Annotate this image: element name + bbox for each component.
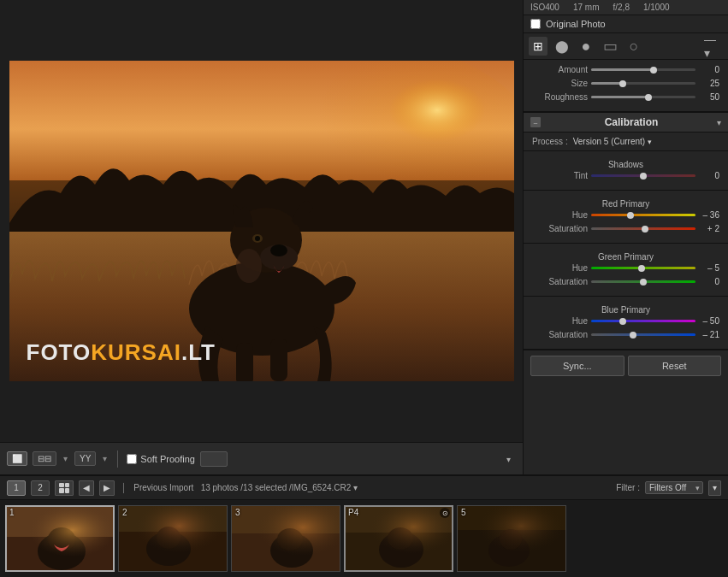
svg-rect-10 [236,343,253,381]
soft-proofing-checkbox[interactable] [127,454,137,464]
thumb-2-num: 2 [122,508,127,517]
view-1-btn[interactable]: 1 [7,480,26,496]
green-primary-header: Green Primary [532,249,719,263]
shadows-tint-track[interactable] [591,174,695,177]
svg-rect-11 [270,339,287,381]
middle-area: FOTOKURSAI.LT ⬜ ⊟⊟ ▾ YY ▾ Soft Proofing [0,0,728,474]
red-sat-track[interactable] [591,227,695,230]
svg-point-12 [236,249,262,283]
filter-wrap: Filters Off [645,481,703,494]
original-photo-checkbox[interactable] [530,19,541,29]
prev-import-label: Previous Import [133,483,193,492]
green-sat-value: 0 [699,277,719,286]
app-layout: FOTOKURSAI.LT ⬜ ⊟⊟ ▾ YY ▾ Soft Proofing [0,0,728,577]
svg-rect-27 [232,506,340,572]
filter-arrow-btn[interactable]: ▾ [708,480,721,496]
meta-iso: ISO400 [530,3,559,12]
red-primary-header: Red Primary [532,196,719,210]
green-hue-row: Hue – 5 [532,263,719,273]
soft-proofing-dropdown-wrap [200,451,516,467]
collapse-btn[interactable]: – [530,117,541,127]
calibration-arrow: ▾ [717,118,721,127]
filmstrip-thumb-5[interactable]: 5 [457,505,566,572]
grid-view-btn[interactable] [55,480,74,496]
roughness-track[interactable] [591,96,695,98]
calibration-header[interactable]: – Calibration ▾ [524,112,728,132]
svg-point-7 [270,244,287,256]
filmstrip-thumb-3[interactable]: 3 [231,505,340,572]
svg-rect-17 [7,507,115,572]
red-hue-track[interactable] [591,214,695,216]
circle-btn[interactable]: ● [577,37,595,56]
blue-primary-section: Blue Primary Hue – 50 Saturation – 21 [524,297,728,350]
thumb-3-num: 3 [235,508,240,517]
filmstrip-toolbar: 1 2 ◀ ▶ │ Previous Import 13 photos /13 … [0,476,728,500]
amount-track[interactable] [591,68,695,71]
amount-value: 0 [699,65,719,74]
sync-bar: Sync... Reset [524,350,728,381]
soft-proofing-select[interactable] [200,451,228,467]
filmstrip-thumb-1[interactable]: 1 [5,505,115,572]
size-row: Size 25 [532,79,719,88]
grid-tool-btn[interactable]: ⊞ [529,37,547,56]
size-value: 25 [699,79,719,88]
filmstrip-thumb-2[interactable]: 2 [118,505,228,572]
blue-primary-header: Blue Primary [532,302,719,316]
process-value[interactable]: Version 5 (Current) [573,137,652,146]
before-after-btn[interactable]: YY [74,451,96,466]
photo-area: FOTOKURSAI.LT ⬜ ⊟⊟ ▾ YY ▾ Soft Proofing [0,0,523,474]
grid-icon [59,483,69,493]
shadows-section: Shadows Tint 0 [524,151,728,191]
watermark-prefix: FOTO [27,339,92,365]
calibration-title: Calibration [546,116,717,128]
green-sat-track[interactable] [591,280,695,283]
shadows-tint-label: Tint [532,171,588,180]
red-sat-value: + 2 [699,224,719,233]
svg-point-9 [255,236,260,241]
soft-proofing-toggle: Soft Proofing [127,454,195,464]
right-panel: ISO400 17 mm f/2,8 1/1000 Original Photo… [523,0,728,474]
dropdown-arrow: ▾ [353,483,358,492]
filmstrip-thumb-4[interactable]: P4 ⊙ [344,505,453,572]
next-btn[interactable]: ▶ [99,480,115,496]
watermark-accent: KURSAI [91,339,181,365]
rect-btn[interactable]: ▭ [601,37,619,56]
green-primary-section: Green Primary Hue – 5 Saturation 0 [524,244,728,297]
tools-row: ⊞ ⬤ ● ▭ ○ — ▾ [524,33,728,60]
options-btn[interactable]: — ▾ [704,37,723,56]
compare-view-btn[interactable]: ⊟⊟ [33,451,56,466]
view-2-btn[interactable]: 2 [31,480,50,496]
prev-btn[interactable]: ◀ [79,480,94,496]
svg-rect-32 [346,507,453,572]
blue-hue-label: Hue [532,316,588,326]
sync-button[interactable]: Sync... [530,356,624,376]
meta-bar: ISO400 17 mm f/2,8 1/1000 [524,0,728,15]
thumb-5-num: 5 [461,508,466,517]
red-sat-row: Saturation + 2 [532,224,719,233]
filter-select[interactable]: Filters Off [645,481,703,494]
meta-focal: 17 mm [573,3,600,12]
amount-label: Amount [532,65,588,74]
meta-aperture: f/2,8 [613,3,629,12]
grain-section: Amount 0 Size 25 Roughness [524,60,728,112]
green-hue-track[interactable] [591,267,695,269]
oval-btn[interactable]: ○ [624,37,643,56]
size-track[interactable] [591,82,695,85]
photo-canvas: FOTOKURSAI.LT [0,0,523,442]
green-sat-label: Saturation [532,277,588,286]
original-photo-label: Original Photo [546,19,606,29]
blue-hue-track[interactable] [591,320,695,322]
roughness-label: Roughness [532,92,588,102]
reset-button[interactable]: Reset [628,356,722,376]
red-hue-value: – 36 [699,210,719,220]
original-photo-bar: Original Photo [524,15,728,33]
radial-gradient-btn[interactable]: ⬤ [553,37,571,56]
blue-sat-value: – 21 [699,330,719,339]
roughness-value: 50 [699,92,719,102]
watermark: FOTOKURSAI.LT [27,339,216,366]
green-hue-value: – 5 [699,263,719,273]
single-view-btn[interactable]: ⬜ [7,451,27,466]
shadows-header: Shadows [532,156,719,171]
svg-rect-22 [119,506,228,572]
blue-sat-track[interactable] [591,333,695,336]
